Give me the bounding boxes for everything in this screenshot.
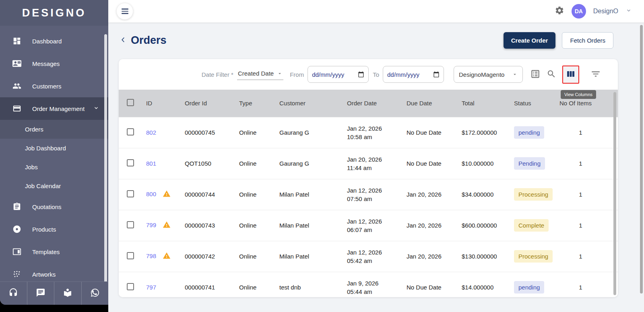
- to-date-field[interactable]: [383, 66, 444, 83]
- dashboard-icon: [12, 36, 22, 46]
- customer-cell: Milan Patel: [275, 179, 343, 210]
- warning-icon: [163, 252, 171, 261]
- type-cell: Online: [235, 117, 275, 148]
- total-cell: $600.000000: [458, 210, 510, 241]
- page-title: Orders: [131, 34, 167, 47]
- order-date-cell: Jan 12, 2026 06:07 am: [343, 210, 402, 241]
- table-header-row: ID Order Id Type Customer Order Date Due…: [119, 90, 618, 117]
- row-checkbox[interactable]: [127, 190, 134, 197]
- customer-cell: Gaurang G: [275, 148, 343, 179]
- due-date-cell: No Due Date: [402, 272, 458, 297]
- back-button[interactable]: [119, 35, 128, 46]
- order-date-cell: Jan 20, 2026 11:44 am: [343, 148, 402, 179]
- select-all-checkbox[interactable]: [127, 99, 134, 106]
- order-id-link[interactable]: 802: [146, 129, 156, 136]
- from-date-field[interactable]: [308, 66, 369, 83]
- due-date-cell: Jan 20, 2026: [402, 210, 458, 241]
- customer-cell: Milan Patel: [275, 210, 343, 241]
- col-header-total[interactable]: Total: [458, 90, 510, 117]
- table-scrollbar[interactable]: [613, 92, 616, 295]
- user-avatar[interactable]: DA: [572, 4, 586, 18]
- products-icon: [12, 224, 22, 234]
- row-checkbox[interactable]: [127, 283, 134, 290]
- order-id-link[interactable]: 798: [146, 252, 156, 259]
- no-of-items-cell: 1: [555, 148, 618, 179]
- headset-icon: [8, 288, 18, 299]
- order-id-link[interactable]: 800: [146, 191, 156, 197]
- feedback-button[interactable]: [27, 282, 54, 305]
- settings-button[interactable]: [555, 6, 564, 17]
- due-date-cell: No Due Date: [402, 117, 458, 148]
- col-header-order-id[interactable]: Order Id: [181, 90, 235, 117]
- sidebar-item-job-calendar[interactable]: Job Calendar: [0, 177, 108, 195]
- order-id-link[interactable]: 801: [146, 160, 156, 167]
- search-button[interactable]: [547, 69, 556, 80]
- gear-icon: [555, 6, 564, 17]
- table-row: 800 000000744 Online Milan Patel Jan 12,…: [119, 179, 618, 210]
- fetch-orders-button[interactable]: Fetch Orders: [562, 32, 613, 49]
- from-date-input[interactable]: [312, 71, 358, 78]
- order-id-link[interactable]: 799: [146, 222, 156, 228]
- page-scrollbar[interactable]: [640, 25, 643, 294]
- no-of-items-cell: 1: [555, 179, 618, 210]
- search-icon: [547, 69, 556, 80]
- row-checkbox[interactable]: [127, 159, 134, 166]
- list-view-button[interactable]: [530, 69, 541, 80]
- customer-cell: test dnb: [275, 272, 343, 297]
- to-date-input[interactable]: [387, 71, 433, 78]
- type-cell: Online: [235, 272, 275, 297]
- support-button[interactable]: [0, 282, 27, 305]
- col-header-id[interactable]: ID: [142, 90, 181, 117]
- order-date-cell: Jan 22, 2026 10:58 am: [343, 117, 402, 148]
- table-row: 799 000000743 Online Milan Patel Jan 12,…: [119, 210, 618, 241]
- col-header-status[interactable]: Status: [510, 90, 555, 117]
- no-of-items-cell: 1: [555, 117, 618, 148]
- library-icon: [63, 288, 72, 299]
- no-of-items-cell: 1: [555, 272, 618, 297]
- type-cell: Online: [235, 179, 275, 210]
- status-badge: Pending: [514, 157, 545, 170]
- whatsapp-button[interactable]: [81, 282, 109, 305]
- calendar-icon: [358, 71, 364, 78]
- view-columns-button[interactable]: [562, 66, 579, 84]
- sidebar-item-templates[interactable]: Templates: [0, 240, 108, 263]
- sidebar-item-job-dashboard[interactable]: Job Dashboard: [0, 139, 108, 158]
- sidebar-item-dashboard[interactable]: Dashboard: [0, 30, 108, 52]
- filter-button[interactable]: [590, 69, 601, 80]
- sidebar-item-quotations[interactable]: Quotations: [0, 195, 108, 218]
- create-order-button[interactable]: Create Order: [504, 32, 556, 49]
- table-row: 801 QOT1050 Online Gaurang G Jan 20, 202…: [119, 148, 618, 179]
- sidebar-item-orders[interactable]: Orders: [0, 120, 108, 139]
- order-id-link[interactable]: 797: [146, 284, 156, 291]
- table-row: 802 000000745 Online Gaurang G Jan 22, 2…: [119, 117, 618, 148]
- user-menu[interactable]: DesignO: [593, 8, 618, 15]
- order-management-icon: [12, 104, 22, 113]
- sidebar-item-jobs[interactable]: Jobs: [0, 158, 108, 177]
- order-date-cell: Jan 12, 2026 05:42 am: [343, 241, 402, 272]
- sidebar-scrollbar[interactable]: [104, 34, 107, 287]
- order-date-cell: Jan 12, 2026 07:50 am: [343, 179, 402, 210]
- sidebar-item-customers[interactable]: Customers: [0, 75, 108, 97]
- menu-toggle-button[interactable]: [116, 3, 133, 20]
- row-checkbox[interactable]: [127, 128, 134, 135]
- app-root: DESIGNO Dashboard Messages Customers: [0, 0, 644, 312]
- row-checkbox[interactable]: [127, 252, 134, 259]
- sidebar-item-order-management[interactable]: Order Management: [0, 97, 108, 120]
- col-header-order-date[interactable]: Order Date: [343, 90, 402, 117]
- date-filter-select[interactable]: Created Date: [237, 69, 283, 80]
- col-header-type[interactable]: Type: [235, 90, 275, 117]
- sidebar-item-messages[interactable]: Messages: [0, 52, 108, 75]
- sidebar-item-products[interactable]: Products: [0, 218, 108, 240]
- row-checkbox[interactable]: [127, 221, 134, 228]
- col-header-due-date[interactable]: Due Date: [402, 90, 458, 117]
- guide-button[interactable]: [54, 282, 81, 305]
- col-header-customer[interactable]: Customer: [275, 90, 343, 117]
- status-badge: pending: [514, 126, 544, 139]
- order-number-cell: 000000743: [181, 210, 235, 241]
- order-number-cell: 000000745: [181, 117, 235, 148]
- customer-cell: Gaurang G: [275, 117, 343, 148]
- whatsapp-icon: [90, 288, 100, 299]
- source-select[interactable]: DesignoMagento: [454, 66, 523, 83]
- status-badge: pending: [514, 281, 544, 294]
- view-columns-tooltip: View Columns: [561, 90, 596, 99]
